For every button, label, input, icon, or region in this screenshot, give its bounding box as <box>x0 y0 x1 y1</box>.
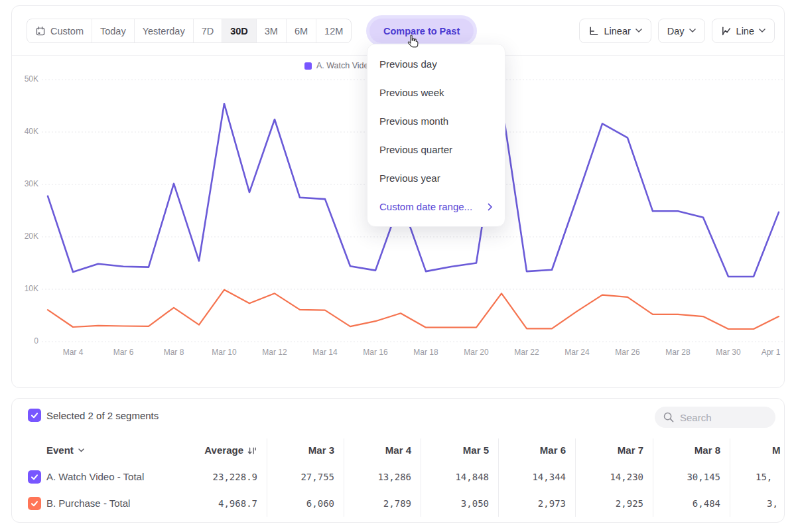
menu-item-previous-year[interactable]: Previous year <box>367 164 505 192</box>
custom-date-range-label: Custom date range... <box>379 192 472 221</box>
chevron-right-icon <box>488 203 493 211</box>
scale-select-label: Linear <box>604 26 630 36</box>
date-column-header[interactable]: Mar 8 <box>647 437 720 464</box>
menu-item-previous-quarter[interactable]: Previous quarter <box>367 135 505 164</box>
table-cell: 2,973 <box>493 490 566 517</box>
cursor-icon <box>406 34 421 48</box>
x-axis-tick: Mar 12 <box>255 348 295 357</box>
search-box[interactable] <box>655 407 775 428</box>
clipped-cell: 3, <box>767 490 785 517</box>
segment-checkbox[interactable] <box>28 470 41 484</box>
search-icon <box>663 411 675 423</box>
chart-type-select-button[interactable]: Line <box>712 19 775 43</box>
clipped-column-header: M <box>772 437 781 464</box>
select-all-checkbox[interactable] <box>28 409 41 422</box>
table-cell: 6,484 <box>647 490 720 517</box>
chevron-down-icon <box>759 29 765 33</box>
range-7d[interactable]: 7D <box>194 19 223 42</box>
y-axis-tick: 0 <box>0 336 38 346</box>
average-value: 4,968.7 <box>171 490 257 517</box>
range-label: Yesterday <box>143 26 185 36</box>
x-axis-tick: Mar 28 <box>658 348 698 357</box>
column-divider <box>730 438 730 517</box>
average-header-label: Average <box>204 437 243 464</box>
date-column-header[interactable]: Mar 3 <box>261 437 334 464</box>
range-3m[interactable]: 3M <box>257 19 287 42</box>
x-axis-tick: Apr 1 <box>751 348 791 357</box>
date-column-header[interactable]: Mar 6 <box>493 437 566 464</box>
selected-segments-label: Selected 2 of 2 segments <box>46 410 159 421</box>
date-column-header[interactable]: Mar 5 <box>416 437 489 464</box>
check-icon <box>30 411 39 420</box>
average-column-header[interactable]: Average <box>171 437 257 464</box>
table-cell: 6,060 <box>261 490 334 517</box>
range-label: 6M <box>295 26 308 36</box>
range-label: Today <box>100 26 126 36</box>
range-6m[interactable]: 6M <box>287 19 316 42</box>
x-axis-tick: Mar 22 <box>507 348 547 357</box>
x-axis-tick: Mar 16 <box>356 348 395 357</box>
x-axis-tick: Mar 4 <box>53 348 93 357</box>
x-axis-tick: Mar 10 <box>204 348 244 357</box>
chevron-down-icon <box>635 29 642 33</box>
table-cell: 27,755 <box>261 464 334 490</box>
average-value: 23,228.9 <box>171 464 257 490</box>
chart-controls: Linear Day Line <box>579 19 775 43</box>
range-label: 12M <box>324 26 343 36</box>
table-cell: 2,789 <box>338 490 411 517</box>
segment-label[interactable]: A. Watch Video - Total <box>46 464 144 490</box>
table-cell: 14,848 <box>416 464 489 490</box>
y-axis-tick: 50K <box>0 74 38 84</box>
range-yesterday[interactable]: Yesterday <box>135 19 194 42</box>
range-today[interactable]: Today <box>92 19 135 42</box>
y-axis-tick: 40K <box>0 127 38 136</box>
y-axis-tick: 30K <box>0 179 38 188</box>
x-axis-tick: Mar 26 <box>608 348 647 357</box>
x-axis-tick: Mar 14 <box>305 348 345 357</box>
table-cell: 13,286 <box>338 464 411 490</box>
segments-table-card: Selected 2 of 2 segments Event AverageMa… <box>11 398 785 523</box>
table-cell: 14,230 <box>570 464 643 490</box>
search-input[interactable] <box>680 412 766 423</box>
date-column-header[interactable]: Mar 7 <box>570 437 643 464</box>
range-30d[interactable]: 30D <box>222 19 257 42</box>
table-cell: 2,925 <box>570 490 643 517</box>
event-column-header[interactable]: Event <box>46 437 84 464</box>
y-axis-tick: 10K <box>0 284 38 293</box>
range-12m[interactable]: 12M <box>316 19 351 42</box>
compare-to-past-label: Compare to Past <box>383 26 460 36</box>
chart-type-select-label: Line <box>736 26 754 36</box>
x-axis-tick: Mar 24 <box>557 348 597 357</box>
range-label: Custom <box>50 26 84 36</box>
chevron-down-icon <box>78 448 84 452</box>
sort-descending-icon <box>247 446 257 456</box>
table-cell: 30,145 <box>647 464 720 490</box>
date-range-selector: CustomTodayYesterday7D30D3M6M12M <box>27 19 352 43</box>
interval-select-label: Day <box>667 26 685 36</box>
menu-item-previous-day[interactable]: Previous day <box>367 50 505 78</box>
x-axis-tick: Mar 30 <box>708 348 748 357</box>
range-label: 3M <box>265 26 278 36</box>
menu-item-previous-week[interactable]: Previous week <box>367 78 505 107</box>
segment-checkbox[interactable] <box>28 497 41 510</box>
y-axis-tick: 20K <box>0 232 38 241</box>
range-custom[interactable]: Custom <box>27 19 92 42</box>
menu-item-previous-month[interactable]: Previous month <box>367 107 505 135</box>
chevron-down-icon <box>689 29 696 33</box>
line-chart-icon <box>721 26 732 36</box>
table-cell: 3,050 <box>416 490 489 517</box>
clipped-cell: 15, <box>756 464 785 490</box>
menu-item-custom-date-range[interactable]: Custom date range... <box>367 192 505 221</box>
x-axis-tick: Mar 6 <box>103 348 143 357</box>
range-label: 30D <box>230 26 248 36</box>
x-axis-tick: Mar 20 <box>456 348 496 357</box>
compare-to-past-menu: Previous dayPrevious weekPrevious monthP… <box>367 44 505 227</box>
calendar-icon <box>35 26 46 36</box>
table-cell: 14,344 <box>493 464 566 490</box>
interval-select-button[interactable]: Day <box>658 19 705 43</box>
compare-to-past-button[interactable]: Compare to Past <box>369 19 474 43</box>
linear-scale-icon <box>588 26 599 36</box>
date-column-header[interactable]: Mar 4 <box>338 437 411 464</box>
segment-label[interactable]: B. Purchase - Total <box>46 490 130 517</box>
scale-select-button[interactable]: Linear <box>579 19 651 43</box>
